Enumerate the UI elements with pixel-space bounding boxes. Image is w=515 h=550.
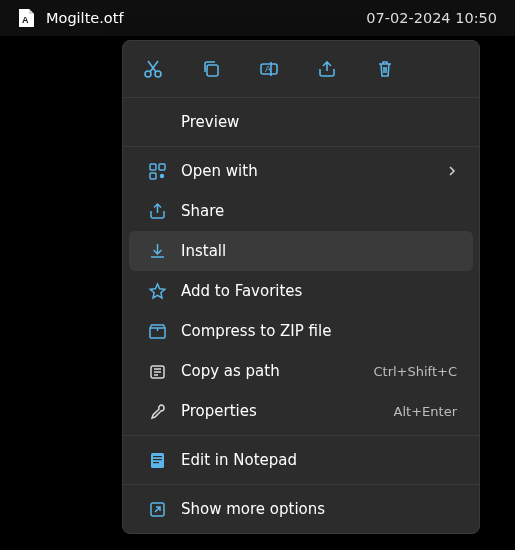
star-icon xyxy=(145,282,169,301)
copy-path-icon xyxy=(145,362,169,381)
install-item[interactable]: Install xyxy=(129,231,473,271)
menu-label: Preview xyxy=(181,113,457,131)
svg-rect-11 xyxy=(151,453,164,468)
chevron-right-icon xyxy=(447,165,457,177)
copy-button[interactable] xyxy=(197,55,225,83)
menu-label: Edit in Notepad xyxy=(181,451,457,469)
more-options-item[interactable]: Show more options xyxy=(129,489,473,529)
svg-text:A: A xyxy=(22,15,29,25)
share-item[interactable]: Share xyxy=(129,191,473,231)
menu-label: Copy as path xyxy=(181,362,373,380)
shortcut-label: Alt+Enter xyxy=(394,404,457,419)
menu-label: Install xyxy=(181,242,457,260)
svg-rect-8 xyxy=(150,173,156,179)
svg-rect-12 xyxy=(153,456,162,457)
install-icon xyxy=(145,242,169,261)
file-row[interactable]: A Mogilte.otf 07-02-2024 10:50 xyxy=(0,0,515,36)
delete-button[interactable] xyxy=(371,55,399,83)
properties-icon xyxy=(145,402,169,421)
file-icon: A xyxy=(18,8,42,28)
svg-rect-14 xyxy=(153,462,159,463)
share-button[interactable] xyxy=(313,55,341,83)
context-menu: A Preview Open with Shar xyxy=(122,40,480,534)
compress-item[interactable]: Compress to ZIP file xyxy=(129,311,473,351)
more-options-icon xyxy=(145,500,169,519)
svg-rect-3 xyxy=(207,65,218,76)
copy-path-item[interactable]: Copy as path Ctrl+Shift+C xyxy=(129,351,473,391)
share-icon xyxy=(145,202,169,221)
svg-text:A: A xyxy=(265,64,271,74)
svg-rect-6 xyxy=(150,164,156,170)
edit-notepad-item[interactable]: Edit in Notepad xyxy=(129,440,473,480)
svg-rect-13 xyxy=(153,459,162,460)
notepad-icon xyxy=(145,451,169,470)
menu-label: Properties xyxy=(181,402,394,420)
open-with-item[interactable]: Open with xyxy=(129,151,473,191)
file-date: 07-02-2024 10:50 xyxy=(366,10,497,26)
quick-action-bar: A xyxy=(123,41,479,97)
menu-label: Show more options xyxy=(181,500,457,518)
menu-label: Share xyxy=(181,202,457,220)
menu-label: Compress to ZIP file xyxy=(181,322,457,340)
cut-button[interactable] xyxy=(139,55,167,83)
svg-rect-7 xyxy=(159,164,165,170)
menu-label: Add to Favorites xyxy=(181,282,457,300)
zip-icon xyxy=(145,322,169,341)
svg-point-9 xyxy=(159,173,163,177)
rename-button[interactable]: A xyxy=(255,55,283,83)
svg-point-1 xyxy=(145,71,151,77)
file-name: Mogilte.otf xyxy=(46,10,366,26)
preview-item[interactable]: Preview xyxy=(129,102,473,142)
favorites-item[interactable]: Add to Favorites xyxy=(129,271,473,311)
svg-point-2 xyxy=(155,71,161,77)
open-with-icon xyxy=(145,162,169,181)
menu-label: Open with xyxy=(181,162,447,180)
properties-item[interactable]: Properties Alt+Enter xyxy=(129,391,473,431)
shortcut-label: Ctrl+Shift+C xyxy=(373,364,457,379)
